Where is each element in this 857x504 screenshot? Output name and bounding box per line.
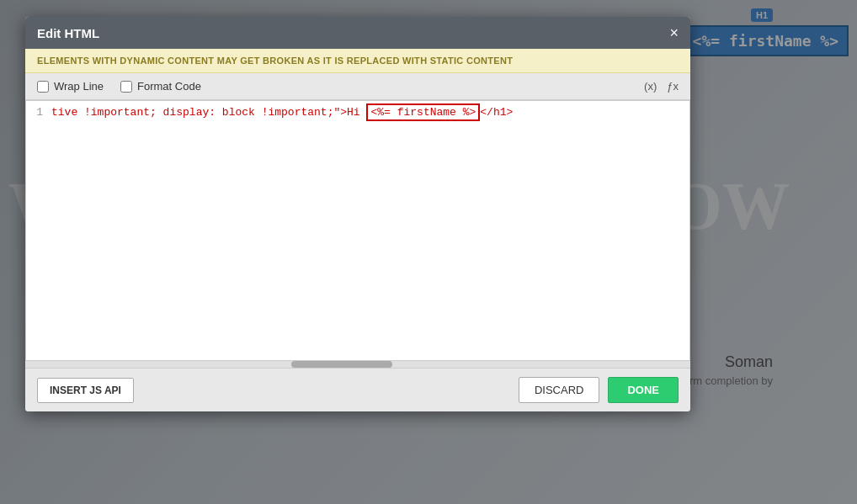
insert-js-api-button[interactable]: INSERT JS API (37, 378, 134, 403)
code-line-1: 1 tive !important; display: block !impor… (26, 101, 689, 124)
variable-icon[interactable]: (x) (644, 80, 657, 93)
format-code-label: Format Code (137, 80, 201, 93)
edit-html-modal: Edit HTML × ELEMENTS WITH DYNAMIC CONTEN… (25, 17, 690, 411)
modal-header: Edit HTML × (25, 17, 690, 49)
warning-banner: ELEMENTS WITH DYNAMIC CONTENT MAY GET BR… (25, 49, 690, 73)
code-content: tive !important; display: block !importa… (51, 106, 689, 119)
code-after-highlight: </h1> (480, 106, 513, 119)
footer-right: DISCARD DONE (519, 377, 679, 403)
format-code-input[interactable] (120, 81, 132, 93)
formula-icon[interactable]: ƒx (667, 80, 679, 93)
wrap-line-checkbox[interactable]: Wrap Line (37, 80, 104, 93)
toolbar-right: (x) ƒx (644, 80, 679, 93)
code-editor[interactable]: 1 tive !important; display: block !impor… (25, 100, 690, 361)
code-before-highlight: tive !important; display: block !importa… (51, 106, 366, 119)
wrap-line-input[interactable] (37, 81, 49, 93)
wrap-line-label: Wrap Line (54, 80, 104, 93)
format-code-checkbox[interactable]: Format Code (120, 80, 201, 93)
modal-toolbar: Wrap Line Format Code (x) ƒx (25, 73, 690, 100)
modal-close-button[interactable]: × (669, 25, 679, 40)
scrollbar-thumb[interactable] (291, 361, 392, 368)
code-highlight: <%= firstName %> (366, 103, 480, 121)
discard-button[interactable]: DISCARD (519, 377, 600, 403)
scrollbar-area[interactable] (25, 361, 690, 368)
modal-footer: INSERT JS API DISCARD DONE (25, 368, 690, 411)
line-number: 1 (26, 106, 51, 119)
done-button[interactable]: DONE (608, 377, 679, 403)
modal-title: Edit HTML (37, 26, 99, 40)
toolbar-left: Wrap Line Format Code (37, 80, 201, 93)
